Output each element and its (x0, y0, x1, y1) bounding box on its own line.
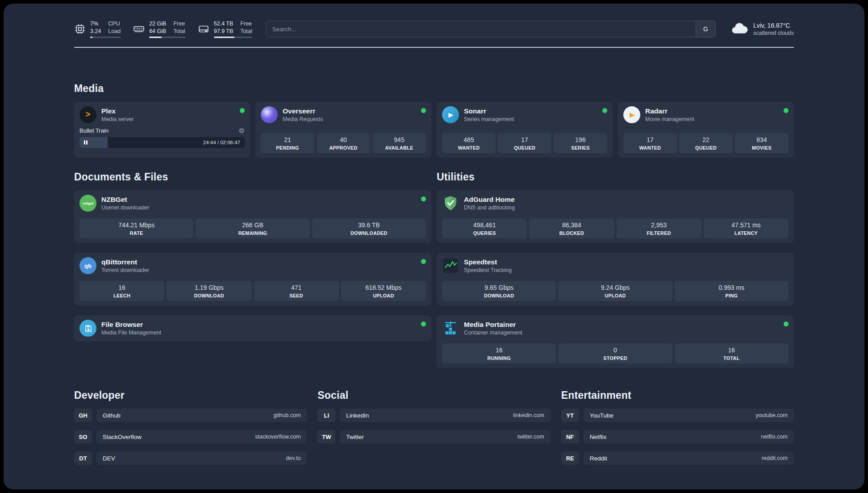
status-dot (240, 108, 245, 113)
settings-gear-icon[interactable] (239, 127, 245, 134)
link-netflix[interactable]: NF Netflix netflix.com (561, 430, 794, 443)
portainer-crane-icon (442, 320, 459, 337)
ram-monitor: 22 GiB 64 GiB Free Total (133, 20, 185, 38)
stat-value: 498,461 (444, 221, 525, 229)
weather-widget[interactable]: Lviv, 16.87°C scattered clouds (731, 21, 794, 37)
section-title-developer: Developer (74, 389, 307, 401)
radarr-card[interactable]: Radarr Movie management 17 WANTED 22 QUE… (618, 102, 794, 158)
nzbget-card[interactable]: NZBGet Usenet downloader 744.21 Mbps RAT… (74, 190, 431, 243)
link-reddit[interactable]: RE Reddit reddit.com (561, 451, 794, 465)
cloud-icon (731, 21, 749, 37)
stat-value: 21 (263, 136, 313, 144)
link-name: LinkedIn (346, 412, 369, 419)
search-input[interactable] (266, 21, 696, 37)
link-github[interactable]: GH Github github.com (74, 409, 307, 422)
link-twitter[interactable]: TW Twitter twitter.com (317, 430, 550, 443)
link-url: youtube.com (755, 412, 788, 418)
status-dot (421, 259, 426, 264)
search-bar: G (266, 21, 716, 38)
filebrowser-card[interactable]: File Browser Media File Management (74, 315, 431, 341)
link-url: reddit.com (762, 455, 788, 461)
link-abbr: TW (317, 430, 335, 443)
link-abbr: YT (561, 409, 579, 422)
ram-icon (133, 23, 145, 35)
pause-icon[interactable] (83, 141, 88, 145)
speedtest-card[interactable]: Speedtest Speedtest Tracking 9.65 Gbps D… (437, 253, 794, 305)
stat-tile: 471 SEED (254, 281, 339, 301)
link-dev[interactable]: DT DEV dev.to (74, 451, 307, 465)
stat-label: APPROVED (318, 145, 368, 150)
utilities-column: Utilities AdGuard Home (437, 171, 794, 368)
stat-tile: 196 SERIES (554, 133, 607, 153)
link-url: github.com (273, 412, 300, 418)
app-name: File Browser (101, 320, 161, 329)
stat-label: DOWNLOAD (444, 293, 554, 298)
stat-label: REMAINING (197, 230, 308, 236)
portainer-card[interactable]: Media Portainer Container management 16 … (437, 315, 794, 368)
weather-location: Lviv, 16.87°C (753, 21, 794, 29)
stat-value: 485 (444, 136, 494, 144)
stat-value: 16 (81, 284, 163, 292)
link-abbr: LI (317, 409, 335, 422)
status-dot (421, 196, 426, 201)
ram-total-value: 64 GiB (149, 28, 166, 35)
stat-tile: 9.65 Gbps DOWNLOAD (442, 281, 556, 301)
overseerr-icon (261, 106, 278, 123)
stat-label: QUEUED (681, 145, 731, 150)
filebrowser-icon (79, 320, 96, 337)
header-divider (74, 47, 794, 48)
search-engine-button[interactable]: G (696, 21, 715, 37)
stat-tile: 9.24 Gbps UPLOAD (558, 281, 672, 301)
weather-condition: scattered clouds (753, 29, 794, 37)
adguard-shield-icon (442, 195, 459, 212)
stat-value: 2,953 (618, 221, 700, 229)
sonarr-card[interactable]: Sonarr Series management 485 WANTED 17 Q… (437, 102, 613, 158)
overseerr-card[interactable]: Overseerr Media Requests 21 PENDING 40 A… (255, 102, 431, 158)
stat-value: 945 (374, 136, 424, 144)
link-name: Github (103, 412, 121, 419)
status-dot (421, 322, 426, 326)
link-name: Twitter (346, 434, 364, 440)
link-youtube[interactable]: YT YouTube youtube.com (561, 409, 794, 422)
link-url: netflix.com (761, 434, 788, 440)
stat-label: PENDING (263, 145, 313, 150)
cpu-load-label: Load (108, 28, 121, 35)
link-url: stackoverflow.com (255, 434, 300, 440)
section-title-entertainment: Entertainment (561, 389, 794, 401)
plex-card[interactable]: Plex Media server Bullet Train 24:44 / 0… (74, 102, 250, 158)
link-url: twitter.com (517, 434, 544, 440)
adguard-card[interactable]: AdGuard Home DNS and adblocking 498,461 … (437, 190, 794, 243)
stat-value: 9.24 Gbps (560, 284, 670, 292)
playback-progress-bar[interactable]: 24:44 / 02:06:47 (79, 137, 245, 148)
qbittorrent-card[interactable]: qBittorrent Torrent downloader 16 LEECH … (74, 253, 431, 305)
ram-free-label: Free (173, 20, 185, 28)
disk-icon (198, 23, 209, 35)
stat-label: UPLOAD (343, 293, 424, 298)
cpu-monitor: 7% 3.24 CPU Load (74, 20, 121, 38)
app-name: AdGuard Home (464, 195, 515, 204)
stat-tile: 744.21 Mbps RATE (79, 218, 193, 238)
stat-tile: 0.993 ms PING (675, 281, 789, 301)
stat-tile: 39.6 TB DOWNLOADED (312, 218, 426, 238)
qbittorrent-icon (79, 257, 96, 274)
developer-column: Developer GH Github github.com SO StackO… (74, 389, 307, 465)
cpu-percent: 7% (90, 20, 101, 28)
stat-tile: 16 TOTAL (675, 343, 789, 363)
app-name: Radarr (645, 107, 694, 115)
link-stackoverflow[interactable]: SO StackOverflow stackoverflow.com (74, 430, 307, 443)
link-abbr: GH (74, 409, 92, 422)
app-subtitle: Speedtest Tracking (464, 267, 512, 274)
link-url: dev.to (286, 455, 300, 461)
stat-value: 266 GB (197, 221, 308, 229)
stat-tile: 618.52 Mbps UPLOAD (341, 281, 426, 301)
app-name: Plex (101, 107, 134, 115)
nzbget-icon (79, 195, 96, 212)
stat-tile: 17 QUEUED (498, 133, 551, 153)
now-playing-title: Bullet Train (79, 127, 108, 134)
stat-tile: 485 WANTED (442, 133, 496, 153)
stat-tile: 945 AVAILABLE (372, 133, 426, 153)
link-linkedin[interactable]: LI LinkedIn linkedin.com (317, 409, 550, 422)
stat-tile: 22 QUEUED (679, 133, 733, 153)
stat-label: PING (676, 293, 787, 298)
link-url: linkedin.com (513, 412, 544, 418)
